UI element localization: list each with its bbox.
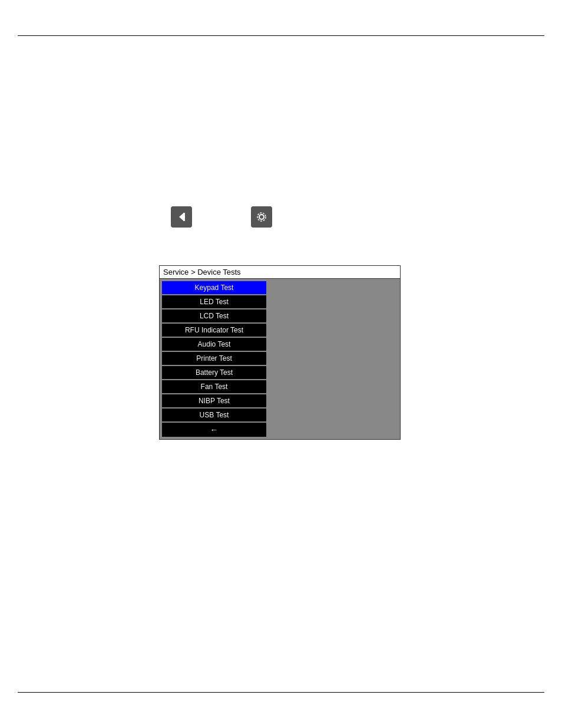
menu-item[interactable]: USB Test	[162, 409, 266, 421]
icon-area	[171, 206, 272, 228]
menu-item[interactable]: NIBP Test	[162, 394, 266, 407]
top-rule	[18, 35, 544, 36]
menu-item[interactable]: LED Test	[162, 295, 266, 308]
menu-title: Service > Device Tests	[160, 266, 400, 279]
menu-item[interactable]: Keypad Test	[162, 281, 266, 294]
menu-container: Service > Device Tests Keypad TestLED Te…	[159, 265, 401, 440]
menu-body: Keypad TestLED TestLCD TestRFU Indicator…	[160, 279, 400, 439]
bottom-rule	[18, 692, 544, 693]
menu-item[interactable]: Battery Test	[162, 366, 266, 379]
menu-right-panel	[269, 279, 400, 439]
menu-item[interactable]: Audio Test	[162, 338, 266, 351]
menu-item[interactable]: RFU Indicator Test	[162, 324, 266, 337]
menu-item[interactable]: LCD Test	[162, 309, 266, 322]
back-button[interactable]: ←	[162, 423, 266, 437]
svg-rect-1	[183, 213, 185, 221]
back-icon[interactable]	[171, 206, 192, 228]
settings-icon[interactable]	[251, 206, 272, 228]
menu-item[interactable]: Printer Test	[162, 352, 266, 365]
svg-point-2	[259, 215, 264, 219]
menu-list: Keypad TestLED TestLCD TestRFU Indicator…	[160, 279, 269, 439]
menu-item[interactable]: Fan Test	[162, 380, 266, 393]
svg-marker-0	[179, 213, 184, 221]
